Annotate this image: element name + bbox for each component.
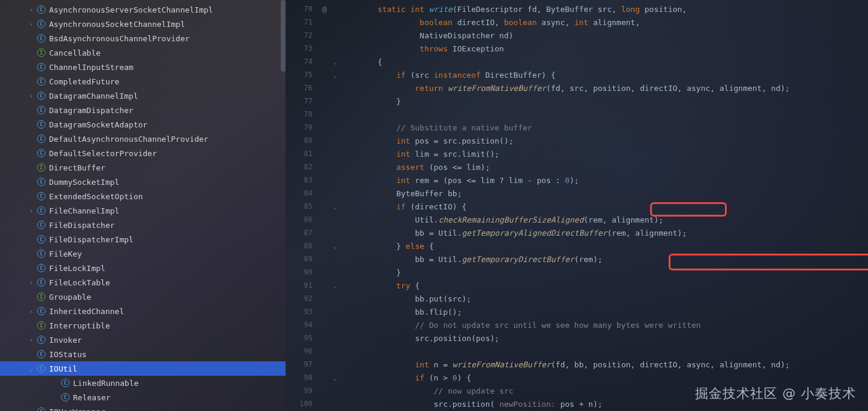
- tree-item-CompletedFuture[interactable]: ›CCompletedFuture: [0, 74, 286, 89]
- code-line[interactable]: 78: [286, 108, 868, 121]
- code-text[interactable]: } else {: [340, 242, 868, 251]
- tree-item-Cancellable[interactable]: ›ICancellable: [0, 45, 286, 60]
- code-line[interactable]: 72 NativeDispatcher nd): [286, 29, 868, 42]
- code-line[interactable]: 84 ByteBuffer bb;: [286, 187, 868, 200]
- code-line[interactable]: 94 // Do not update src until we see how…: [286, 318, 868, 331]
- code-line[interactable]: 77 }: [286, 95, 868, 108]
- code-line[interactable]: 92 bb.put(src);: [286, 292, 868, 305]
- code-text[interactable]: }: [340, 268, 868, 277]
- chevron-right-icon[interactable]: ›: [25, 279, 37, 286]
- code-text[interactable]: throws IOException: [340, 44, 868, 53]
- code-line[interactable]: 96: [286, 345, 868, 358]
- code-line[interactable]: 81 int lim = src.limit();: [286, 147, 868, 160]
- code-text[interactable]: Util.checkRemainingBufferSizeAligned(rem…: [340, 215, 868, 224]
- code-line[interactable]: 87 bb = Util.getTemporaryAlignedDirectBu…: [286, 226, 868, 239]
- tree-item-IOVecWrapper[interactable]: ›CIOVecWrapper: [0, 404, 286, 411]
- tree-item-AsynchronousSocketChannelImpl[interactable]: ›CAsynchronousSocketChannelImpl: [0, 17, 286, 31]
- code-line[interactable]: 80 int pos = src.position();: [286, 134, 868, 147]
- code-line[interactable]: 82 assert (pos <= lim);: [286, 160, 868, 173]
- code-text[interactable]: int lim = src.limit();: [340, 150, 868, 159]
- tree-item-FileLockImpl[interactable]: ›CFileLockImpl: [0, 261, 286, 275]
- chevron-right-icon[interactable]: ›: [25, 7, 37, 13]
- code-text[interactable]: if (n > 0) {: [340, 373, 868, 382]
- code-text[interactable]: bb.flip();: [340, 308, 868, 316]
- code-line[interactable]: 73 throws IOException: [286, 42, 868, 55]
- code-text[interactable]: // Substitute a native buffer: [340, 123, 868, 132]
- code-line[interactable]: 75⌄ if (src instanceof DirectBuffer) {: [286, 68, 868, 81]
- code-text[interactable]: src.position(pos);: [340, 334, 868, 343]
- tree-item-DefaultSelectorProvider[interactable]: ›CDefaultSelectorProvider: [0, 146, 286, 160]
- code-line[interactable]: 70@ static int write(FileDescriptor fd, …: [286, 2, 868, 16]
- chevron-right-icon[interactable]: ›: [25, 308, 37, 315]
- tree-item-IOStatus[interactable]: ›CIOStatus: [0, 347, 286, 361]
- tree-item-ExtendedSocketOption[interactable]: ›CExtendedSocketOption: [0, 189, 286, 203]
- code-text[interactable]: if (directIO) {: [340, 202, 868, 211]
- tree-item-ChannelInputStream[interactable]: ›CChannelInputStream: [0, 60, 286, 74]
- code-text[interactable]: {: [340, 57, 868, 66]
- fold-icon[interactable]: ⌄: [330, 375, 340, 381]
- chevron-right-icon[interactable]: ›: [25, 21, 37, 28]
- tree-item-InheritedChannel[interactable]: ›CInheritedChannel: [0, 304, 286, 318]
- code-line[interactable]: 100 src.position( newPosition: pos + n);: [286, 397, 868, 410]
- code-text[interactable]: src.position( newPosition: pos + n);: [340, 400, 868, 409]
- code-line[interactable]: 86 Util.checkRemainingBufferSizeAligned(…: [286, 213, 868, 226]
- code-text[interactable]: return writeFromNativeBuffer(fd, src, po…: [340, 84, 868, 93]
- fold-icon[interactable]: ⌄: [330, 203, 340, 210]
- chevron-right-icon[interactable]: ›: [25, 409, 37, 412]
- code-line[interactable]: 90 }: [286, 266, 868, 279]
- code-text[interactable]: bb = Util.getTemporaryDirectBuffer(rem);: [340, 255, 868, 264]
- project-tree-sidebar[interactable]: ›CAsynchronousServerSocketChannelImpl›CA…: [0, 0, 286, 411]
- code-text[interactable]: if (src instanceof DirectBuffer) {: [340, 71, 868, 80]
- code-line[interactable]: 95 src.position(pos);: [286, 331, 868, 345]
- tree-item-Releaser[interactable]: ›CReleaser: [0, 390, 286, 404]
- code-line[interactable]: 88⌄ } else {: [286, 239, 868, 252]
- code-line[interactable]: 97 int n = writeFromNativeBuffer(fd, bb,…: [286, 358, 868, 371]
- code-text[interactable]: }: [340, 97, 868, 106]
- tree-item-Interruptible[interactable]: ›IInterruptible: [0, 318, 286, 333]
- code-line[interactable]: 71 boolean directIO, boolean async, int …: [286, 16, 868, 29]
- code-line[interactable]: 83 int rem = (pos <= lim ? lim - pos : 0…: [286, 173, 868, 187]
- code-text[interactable]: int rem = (pos <= lim ? lim - pos : 0);: [340, 176, 868, 185]
- chevron-down-icon[interactable]: ⌄: [25, 366, 37, 372]
- code-text[interactable]: bb = Util.getTemporaryAlignedDirectBuffe…: [340, 229, 868, 238]
- code-text[interactable]: int pos = src.position();: [340, 136, 868, 145]
- fold-icon[interactable]: ⌄: [330, 243, 340, 249]
- tree-item-DatagramSocketAdaptor[interactable]: ›CDatagramSocketAdaptor: [0, 117, 286, 132]
- tree-item-LinkedRunnable[interactable]: ›CLinkedRunnable: [0, 376, 286, 390]
- code-line[interactable]: 74⌄ {: [286, 55, 868, 68]
- code-line[interactable]: 85⌄ if (directIO) {: [286, 200, 868, 213]
- tree-item-AsynchronousServerSocketChannelImpl[interactable]: ›CAsynchronousServerSocketChannelImpl: [0, 2, 286, 17]
- tree-item-FileLockTable[interactable]: ›CFileLockTable: [0, 275, 286, 290]
- code-line[interactable]: 91⌄ try {: [286, 279, 868, 292]
- code-line[interactable]: 99 // now update src: [286, 384, 868, 397]
- code-text[interactable]: // now update src: [340, 386, 868, 395]
- code-text[interactable]: assert (pos <= lim);: [340, 163, 868, 172]
- code-text[interactable]: NativeDispatcher nd): [340, 31, 868, 40]
- code-text[interactable]: // Do not update src until we see how ma…: [340, 321, 868, 330]
- code-text[interactable]: bb.put(src);: [340, 294, 868, 303]
- tree-item-IOUtil[interactable]: ⌄CIOUtil: [0, 361, 286, 376]
- tree-item-DummySocketImpl[interactable]: ›CDummySocketImpl: [0, 175, 286, 189]
- code-line[interactable]: 98⌄ if (n > 0) {: [286, 371, 868, 384]
- chevron-right-icon[interactable]: ›: [25, 93, 37, 99]
- chevron-right-icon[interactable]: ›: [25, 337, 37, 343]
- tree-item-FileKey[interactable]: ›CFileKey: [0, 246, 286, 261]
- code-text[interactable]: boolean directIO, boolean async, int ali…: [340, 18, 868, 27]
- sidebar-scrollbar[interactable]: [281, 0, 286, 72]
- tree-item-FileDispatcherImpl[interactable]: ›CFileDispatcherImpl: [0, 232, 286, 246]
- code-text[interactable]: static int write(FileDescriptor fd, Byte…: [340, 5, 868, 14]
- fold-icon[interactable]: ⌄: [330, 72, 340, 78]
- chevron-right-icon[interactable]: ›: [25, 208, 37, 214]
- code-text[interactable]: try {: [340, 281, 868, 290]
- tree-item-FileChannelImpl[interactable]: ›CFileChannelImpl: [0, 203, 286, 218]
- code-line[interactable]: 76 return writeFromNativeBuffer(fd, src,…: [286, 81, 868, 95]
- code-line[interactable]: 79 // Substitute a native buffer: [286, 121, 868, 134]
- tree-item-FileDispatcher[interactable]: ›CFileDispatcher: [0, 218, 286, 232]
- code-line[interactable]: 93 bb.flip();: [286, 305, 868, 318]
- tree-item-DatagramChannelImpl[interactable]: ›CDatagramChannelImpl: [0, 89, 286, 103]
- fold-icon[interactable]: ⌄: [330, 282, 340, 289]
- code-text[interactable]: ByteBuffer bb;: [340, 189, 868, 198]
- tree-item-DatagramDispatcher[interactable]: ›CDatagramDispatcher: [0, 103, 286, 117]
- tree-item-DirectBuffer[interactable]: ›IDirectBuffer: [0, 160, 286, 175]
- tree-item-Groupable[interactable]: ›IGroupable: [0, 290, 286, 304]
